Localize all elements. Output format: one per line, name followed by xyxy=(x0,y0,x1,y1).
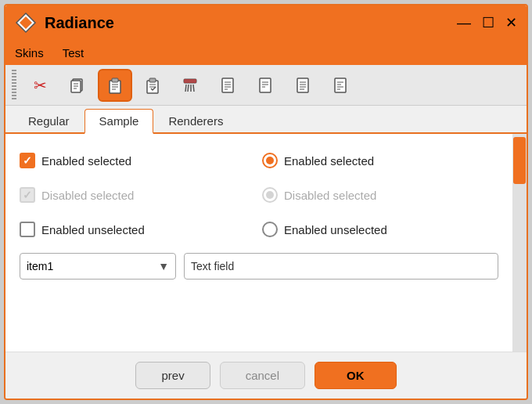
radio-enabled-unselected[interactable]: Enabled unselected xyxy=(262,222,387,237)
scrollbar-thumb[interactable] xyxy=(513,137,526,184)
svg-rect-36 xyxy=(335,78,346,92)
tab-renderers[interactable]: Renderers xyxy=(153,109,238,132)
col-right-2: Disabled selected xyxy=(262,187,498,203)
content-area: Enabled selected Enabled selected Disabl… xyxy=(5,134,527,352)
toolbar-btn-copy[interactable] xyxy=(60,69,95,102)
row-enabled-unselected: Enabled unselected Enabled unselected xyxy=(20,215,498,243)
title-bar: Radiance — ☐ ✕ xyxy=(5,5,527,40)
col-right-3: Enabled unselected xyxy=(262,222,498,237)
maximize-button[interactable]: ☐ xyxy=(482,16,494,30)
checkbox-enabled-unselected[interactable]: Enabled unselected xyxy=(20,222,145,237)
col-left-3: Enabled unselected xyxy=(20,222,262,237)
main-window: Radiance — ☐ ✕ Skins Test ✂ xyxy=(4,4,528,400)
svg-rect-22 xyxy=(222,78,233,92)
checkbox-disabled-selected-box xyxy=(20,187,35,203)
ok-button[interactable]: OK xyxy=(315,362,397,389)
checkbox-enabled-selected-label: Enabled selected xyxy=(41,154,131,168)
title-bar-left: Radiance xyxy=(15,12,114,34)
toolbar-separator xyxy=(12,70,16,101)
checkbox-enabled-unselected-box[interactable] xyxy=(20,222,35,237)
checkbox-enabled-unselected-label: Enabled unselected xyxy=(41,223,145,236)
window-controls: — ☐ ✕ xyxy=(457,16,517,30)
window-title: Radiance xyxy=(45,14,114,32)
menu-skins[interactable]: Skins xyxy=(12,45,47,61)
menu-test[interactable]: Test xyxy=(59,45,88,61)
col-left-1: Enabled selected xyxy=(20,153,262,168)
scrollbar[interactable] xyxy=(512,134,527,352)
checkbox-enabled-selected[interactable]: Enabled selected xyxy=(20,153,131,168)
doc1-icon xyxy=(219,77,236,94)
svg-line-19 xyxy=(188,85,189,92)
tab-sample[interactable]: Sample xyxy=(84,109,154,134)
checkbox-disabled-selected-label: Disabled selected xyxy=(41,189,134,202)
bottom-row: item1 ▼ xyxy=(20,253,498,280)
toolbar-btn-scissors[interactable]: ✂ xyxy=(23,69,57,102)
radio-enabled-selected[interactable]: Enabled selected xyxy=(262,153,374,168)
row-disabled-selected: Disabled selected Disabled selected xyxy=(20,181,498,209)
scissors-icon: ✂ xyxy=(34,76,47,95)
tabs-bar: Regular Sample Renderers xyxy=(5,106,527,134)
paste-icon xyxy=(144,77,161,94)
tab-regular[interactable]: Regular xyxy=(13,109,84,132)
toolbar-btn-paste[interactable] xyxy=(135,69,170,102)
checkbox-enabled-selected-box[interactable] xyxy=(20,153,35,168)
shredder-icon xyxy=(182,77,199,94)
toolbar-btn-doc2[interactable] xyxy=(248,69,282,102)
menu-bar: Skins Test xyxy=(5,40,527,65)
svg-line-21 xyxy=(193,85,194,92)
clipboard-icon xyxy=(106,77,124,94)
radio-enabled-selected-label: Enabled selected xyxy=(284,154,374,168)
toolbar-btn-doc4[interactable] xyxy=(323,69,358,102)
text-field-input[interactable] xyxy=(184,253,498,280)
radio-disabled-selected: Disabled selected xyxy=(262,187,376,203)
radio-disabled-selected-btn xyxy=(262,187,278,203)
radio-disabled-selected-label: Disabled selected xyxy=(284,189,376,202)
minimize-button[interactable]: — xyxy=(457,16,471,30)
doc2-icon xyxy=(257,77,274,94)
cancel-button[interactable]: cancel xyxy=(220,362,305,389)
toolbar-btn-doc3[interactable] xyxy=(286,69,320,102)
toolbar-btn-doc1[interactable] xyxy=(210,69,245,102)
radio-enabled-unselected-btn[interactable] xyxy=(262,222,278,237)
copy-icon xyxy=(69,77,86,94)
svg-line-18 xyxy=(185,85,186,92)
toolbar-btn-shredder[interactable] xyxy=(173,69,207,102)
dropdown-item1[interactable]: item1 ▼ xyxy=(20,253,176,280)
row-enabled-selected: Enabled selected Enabled selected xyxy=(20,146,498,175)
svg-rect-27 xyxy=(260,78,271,92)
close-button[interactable]: ✕ xyxy=(505,16,517,30)
svg-rect-8 xyxy=(112,78,118,82)
svg-rect-13 xyxy=(149,78,156,82)
col-left-2: Disabled selected xyxy=(20,187,262,203)
toolbar-btn-clipboard[interactable] xyxy=(98,69,132,102)
footer: prev cancel OK xyxy=(5,352,527,399)
svg-rect-17 xyxy=(184,79,196,83)
toolbar: ✂ xyxy=(5,65,527,106)
svg-rect-31 xyxy=(297,78,308,92)
col-right-1: Enabled selected xyxy=(262,153,498,168)
dropdown-value: item1 xyxy=(27,260,53,272)
main-area: Enabled selected Enabled selected Disabl… xyxy=(5,134,512,352)
dropdown-arrow-icon: ▼ xyxy=(158,260,169,272)
doc3-icon xyxy=(294,77,311,94)
prev-button[interactable]: prev xyxy=(135,362,210,389)
checkbox-disabled-selected: Disabled selected xyxy=(20,187,134,203)
radio-enabled-unselected-label: Enabled unselected xyxy=(284,223,387,236)
app-icon xyxy=(15,12,37,34)
doc4-icon xyxy=(332,77,349,94)
radio-enabled-selected-btn[interactable] xyxy=(262,153,278,168)
